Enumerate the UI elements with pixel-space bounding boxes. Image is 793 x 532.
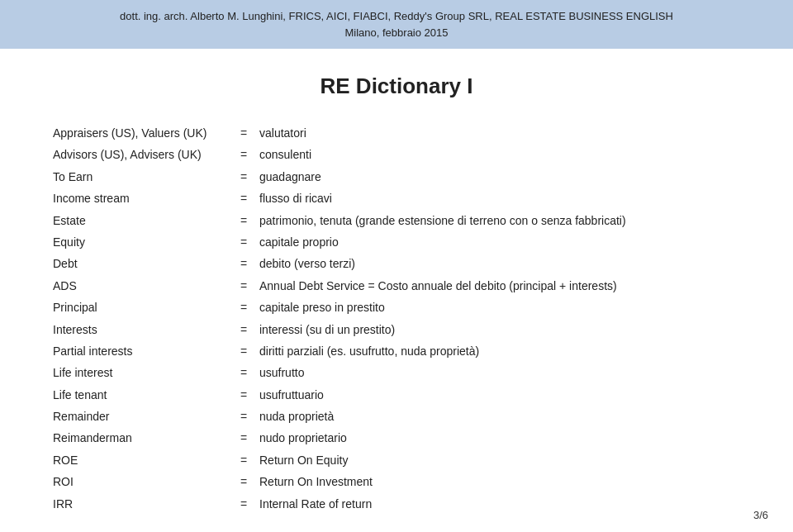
dict-term: ROE: [50, 449, 231, 471]
dict-row: Income stream=flusso di ricavi: [50, 188, 743, 209]
dict-term: Principal: [50, 297, 231, 318]
dict-definition: Annual Debt Service = Costo annuale del …: [256, 275, 743, 297]
dict-definition: nudo proprietario: [256, 427, 743, 449]
dict-equals: =: [231, 297, 256, 318]
dict-row: To Earn=guadagnare: [50, 166, 743, 188]
dict-definition: Return On Equity: [256, 449, 743, 471]
dict-definition: capitale preso in prestito: [256, 297, 743, 318]
dict-definition: diritti parziali (es. usufrutto, nuda pr…: [256, 340, 743, 362]
dict-definition: usufruttuario: [256, 384, 743, 406]
dict-equals: =: [231, 275, 256, 297]
dict-definition: capitale proprio: [256, 231, 743, 253]
dict-term: Debt: [50, 253, 231, 274]
dict-equals: =: [231, 166, 256, 188]
header-bar: dott. ing. arch. Alberto M. Lunghini, FR…: [0, 0, 793, 49]
header-line2: Milano, febbraio 2015: [17, 25, 776, 41]
dict-equals: =: [231, 319, 256, 340]
dict-equals: =: [231, 362, 256, 383]
header-line1: dott. ing. arch. Alberto M. Lunghini, FR…: [17, 8, 776, 25]
dict-row: Partial interests=diritti parziali (es. …: [50, 340, 743, 362]
dict-term: ROI: [50, 471, 231, 492]
dict-equals: =: [231, 122, 256, 144]
dict-term: Reimanderman: [50, 427, 231, 449]
dict-row: ADS=Annual Debt Service = Costo annuale …: [50, 275, 743, 297]
dict-term: Remainder: [50, 406, 231, 427]
dict-term: Estate: [50, 210, 231, 231]
dict-definition: consulenti: [256, 144, 743, 165]
dict-row: Life tenant=usufruttuario: [50, 384, 743, 406]
dict-row: Appraisers (US), Valuers (UK)=valutatori: [50, 122, 743, 144]
dict-equals: =: [231, 406, 256, 427]
dict-equals: =: [231, 427, 256, 449]
dict-term: To Earn: [50, 166, 231, 188]
dict-equals: =: [231, 384, 256, 406]
dict-equals: =: [231, 210, 256, 231]
dict-row: Interests=interessi (su di un prestito): [50, 319, 743, 340]
dict-term: Appraisers (US), Valuers (UK): [50, 122, 231, 144]
page-footer: 3/6: [753, 509, 768, 521]
dict-row: Advisors (US), Advisers (UK)=consulenti: [50, 144, 743, 165]
dict-term: IRR: [50, 493, 231, 515]
dict-definition: Internal Rate of return: [256, 493, 743, 515]
dict-term: Income stream: [50, 188, 231, 209]
dict-row: Debt=debito (verso terzi): [50, 253, 743, 274]
dict-equals: =: [231, 144, 256, 165]
dict-row: Remainder=nuda proprietà: [50, 406, 743, 427]
dict-title: RE Dictionary I: [50, 74, 743, 99]
dict-equals: =: [231, 340, 256, 362]
dict-definition: valutatori: [256, 122, 743, 144]
dict-definition: usufrutto: [256, 362, 743, 383]
dict-row: IRR=Internal Rate of return: [50, 493, 743, 515]
dict-term: Partial interests: [50, 340, 231, 362]
dict-row: Reimanderman=nudo proprietario: [50, 427, 743, 449]
dict-row: ROE=Return On Equity: [50, 449, 743, 471]
dictionary-table: Appraisers (US), Valuers (UK)=valutatori…: [50, 122, 743, 515]
dict-row: ROI=Return On Investment: [50, 471, 743, 492]
dict-definition: Return On Investment: [256, 471, 743, 492]
dict-equals: =: [231, 231, 256, 253]
dict-definition: guadagnare: [256, 166, 743, 188]
dict-equals: =: [231, 493, 256, 515]
dict-term: Equity: [50, 231, 231, 253]
dict-term: ADS: [50, 275, 231, 297]
dict-row: Principal=capitale preso in prestito: [50, 297, 743, 318]
dict-equals: =: [231, 471, 256, 492]
dict-row: Estate=patrimonio, tenuta (grande estens…: [50, 210, 743, 231]
dict-term: Life interest: [50, 362, 231, 383]
dict-row: Equity=capitale proprio: [50, 231, 743, 253]
dict-definition: nuda proprietà: [256, 406, 743, 427]
dict-definition: patrimonio, tenuta (grande estensione di…: [256, 210, 743, 231]
dict-definition: flusso di ricavi: [256, 188, 743, 209]
dict-definition: interessi (su di un prestito): [256, 319, 743, 340]
dict-equals: =: [231, 449, 256, 471]
dict-equals: =: [231, 253, 256, 274]
dict-term: Advisors (US), Advisers (UK): [50, 144, 231, 165]
dict-equals: =: [231, 188, 256, 209]
dict-row: Life interest=usufrutto: [50, 362, 743, 383]
dict-term: Interests: [50, 319, 231, 340]
dict-definition: debito (verso terzi): [256, 253, 743, 274]
dict-term: Life tenant: [50, 384, 231, 406]
